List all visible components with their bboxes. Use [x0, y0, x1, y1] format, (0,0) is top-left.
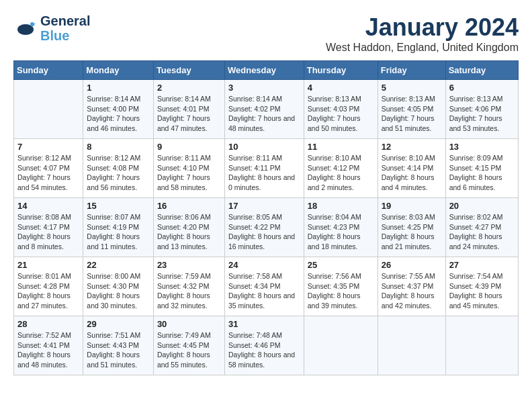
cell-info: Sunrise: 8:03 AM Sunset: 4:25 PM Dayligh…	[382, 212, 442, 252]
cell-info: Sunrise: 8:08 AM Sunset: 4:17 PM Dayligh…	[17, 212, 79, 252]
cell-info: Sunrise: 7:58 AM Sunset: 4:34 PM Dayligh…	[228, 271, 300, 311]
table-row: 6 Sunrise: 8:13 AM Sunset: 4:06 PM Dayli…	[445, 80, 518, 139]
day-number: 10	[228, 142, 300, 152]
table-row: 28 Sunrise: 7:52 AM Sunset: 4:41 PM Dayl…	[14, 316, 83, 375]
cell-info: Sunrise: 7:48 AM Sunset: 4:46 PM Dayligh…	[228, 330, 300, 370]
cell-info: Sunrise: 8:04 AM Sunset: 4:23 PM Dayligh…	[308, 212, 374, 252]
cell-info: Sunrise: 8:06 AM Sunset: 4:20 PM Dayligh…	[157, 212, 221, 252]
table-row: 19 Sunrise: 8:03 AM Sunset: 4:25 PM Dayl…	[378, 198, 445, 257]
table-row: 13 Sunrise: 8:09 AM Sunset: 4:15 PM Dayl…	[445, 139, 518, 198]
day-number: 2	[157, 83, 221, 93]
table-row: 4 Sunrise: 8:13 AM Sunset: 4:03 PM Dayli…	[304, 80, 378, 139]
table-row: 1 Sunrise: 8:14 AM Sunset: 4:00 PM Dayli…	[83, 80, 154, 139]
day-number: 9	[157, 142, 221, 152]
day-number: 21	[17, 260, 79, 270]
cell-info: Sunrise: 8:01 AM Sunset: 4:28 PM Dayligh…	[17, 271, 79, 311]
cell-info: Sunrise: 8:14 AM Sunset: 4:00 PM Dayligh…	[87, 94, 150, 134]
location: West Haddon, England, United Kingdom	[326, 42, 519, 54]
table-row	[445, 316, 518, 375]
month-title: January 2024	[326, 13, 519, 42]
cell-info: Sunrise: 7:54 AM Sunset: 4:39 PM Dayligh…	[449, 271, 515, 311]
svg-point-2	[30, 22, 34, 26]
table-row: 31 Sunrise: 7:48 AM Sunset: 4:46 PM Dayl…	[224, 316, 304, 375]
col-saturday: Saturday	[445, 61, 518, 80]
cell-info: Sunrise: 8:14 AM Sunset: 4:02 PM Dayligh…	[228, 94, 300, 134]
cell-info: Sunrise: 8:02 AM Sunset: 4:27 PM Dayligh…	[449, 212, 515, 252]
day-number: 15	[87, 201, 150, 211]
page-header: General Blue January 2024 West Haddon, E…	[13, 13, 519, 54]
table-row: 5 Sunrise: 8:13 AM Sunset: 4:05 PM Dayli…	[378, 80, 445, 139]
table-row: 10 Sunrise: 8:11 AM Sunset: 4:11 PM Dayl…	[224, 139, 304, 198]
table-row: 22 Sunrise: 8:00 AM Sunset: 4:30 PM Dayl…	[83, 257, 154, 316]
table-row	[14, 80, 83, 139]
day-number: 14	[17, 201, 79, 211]
table-row: 14 Sunrise: 8:08 AM Sunset: 4:17 PM Dayl…	[14, 198, 83, 257]
table-row: 17 Sunrise: 8:05 AM Sunset: 4:22 PM Dayl…	[224, 198, 304, 257]
table-row	[378, 316, 445, 375]
cell-info: Sunrise: 8:12 AM Sunset: 4:07 PM Dayligh…	[17, 153, 79, 193]
table-row: 16 Sunrise: 8:06 AM Sunset: 4:20 PM Dayl…	[153, 198, 224, 257]
cell-info: Sunrise: 7:51 AM Sunset: 4:43 PM Dayligh…	[87, 330, 150, 370]
day-number: 20	[449, 201, 515, 211]
table-row: 2 Sunrise: 8:14 AM Sunset: 4:01 PM Dayli…	[153, 80, 224, 139]
table-row: 3 Sunrise: 8:14 AM Sunset: 4:02 PM Dayli…	[224, 80, 304, 139]
day-number: 27	[449, 260, 515, 270]
table-row: 23 Sunrise: 7:59 AM Sunset: 4:32 PM Dayl…	[153, 257, 224, 316]
day-number: 13	[449, 142, 515, 152]
day-number: 17	[228, 201, 300, 211]
cell-info: Sunrise: 7:56 AM Sunset: 4:35 PM Dayligh…	[308, 271, 374, 311]
svg-point-3	[20, 26, 31, 33]
cell-info: Sunrise: 8:11 AM Sunset: 4:10 PM Dayligh…	[157, 153, 221, 193]
col-sunday: Sunday	[14, 61, 83, 80]
day-number: 28	[17, 319, 79, 329]
cell-info: Sunrise: 8:13 AM Sunset: 4:05 PM Dayligh…	[382, 94, 442, 134]
day-number: 26	[382, 260, 442, 270]
day-number: 18	[308, 201, 374, 211]
calendar-week-row: 28 Sunrise: 7:52 AM Sunset: 4:41 PM Dayl…	[14, 316, 519, 375]
day-number: 24	[228, 260, 300, 270]
table-row: 20 Sunrise: 8:02 AM Sunset: 4:27 PM Dayl…	[445, 198, 518, 257]
day-number: 5	[382, 83, 442, 93]
day-number: 31	[228, 319, 300, 329]
day-number: 11	[308, 142, 374, 152]
table-row: 11 Sunrise: 8:10 AM Sunset: 4:12 PM Dayl…	[304, 139, 378, 198]
table-row: 21 Sunrise: 8:01 AM Sunset: 4:28 PM Dayl…	[14, 257, 83, 316]
table-row: 9 Sunrise: 8:11 AM Sunset: 4:10 PM Dayli…	[153, 139, 224, 198]
calendar-week-row: 21 Sunrise: 8:01 AM Sunset: 4:28 PM Dayl…	[14, 257, 519, 316]
col-tuesday: Tuesday	[153, 61, 224, 80]
cell-info: Sunrise: 8:09 AM Sunset: 4:15 PM Dayligh…	[449, 153, 515, 193]
col-friday: Friday	[378, 61, 445, 80]
day-number: 25	[308, 260, 374, 270]
day-number: 8	[87, 142, 150, 152]
day-number: 4	[308, 83, 374, 93]
cell-info: Sunrise: 8:13 AM Sunset: 4:06 PM Dayligh…	[449, 94, 515, 134]
day-number: 30	[157, 319, 221, 329]
cell-info: Sunrise: 7:49 AM Sunset: 4:45 PM Dayligh…	[157, 330, 221, 370]
day-number: 6	[449, 83, 515, 93]
table-row: 27 Sunrise: 7:54 AM Sunset: 4:39 PM Dayl…	[445, 257, 518, 316]
logo-bird-icon	[13, 16, 38, 40]
cell-info: Sunrise: 8:05 AM Sunset: 4:22 PM Dayligh…	[228, 212, 300, 252]
table-row: 12 Sunrise: 8:10 AM Sunset: 4:14 PM Dayl…	[378, 139, 445, 198]
table-row: 8 Sunrise: 8:12 AM Sunset: 4:08 PM Dayli…	[83, 139, 154, 198]
calendar-week-row: 14 Sunrise: 8:08 AM Sunset: 4:17 PM Dayl…	[14, 198, 519, 257]
calendar-header-row: Sunday Monday Tuesday Wednesday Thursday…	[14, 61, 519, 80]
table-row: 18 Sunrise: 8:04 AM Sunset: 4:23 PM Dayl…	[304, 198, 378, 257]
calendar-week-row: 1 Sunrise: 8:14 AM Sunset: 4:00 PM Dayli…	[14, 80, 519, 139]
table-row: 29 Sunrise: 7:51 AM Sunset: 4:43 PM Dayl…	[83, 316, 154, 375]
cell-info: Sunrise: 8:12 AM Sunset: 4:08 PM Dayligh…	[87, 153, 150, 193]
col-wednesday: Wednesday	[224, 61, 304, 80]
cell-info: Sunrise: 8:14 AM Sunset: 4:01 PM Dayligh…	[157, 94, 221, 134]
cell-info: Sunrise: 7:59 AM Sunset: 4:32 PM Dayligh…	[157, 271, 221, 311]
table-row: 7 Sunrise: 8:12 AM Sunset: 4:07 PM Dayli…	[14, 139, 83, 198]
logo-general: General	[40, 13, 90, 28]
cell-info: Sunrise: 8:00 AM Sunset: 4:30 PM Dayligh…	[87, 271, 150, 311]
day-number: 19	[382, 201, 442, 211]
day-number: 16	[157, 201, 221, 211]
cell-info: Sunrise: 7:55 AM Sunset: 4:37 PM Dayligh…	[382, 271, 442, 311]
col-monday: Monday	[83, 61, 154, 80]
cell-info: Sunrise: 8:10 AM Sunset: 4:12 PM Dayligh…	[308, 153, 374, 193]
day-number: 3	[228, 83, 300, 93]
logo: General Blue	[13, 13, 90, 43]
day-number: 23	[157, 260, 221, 270]
